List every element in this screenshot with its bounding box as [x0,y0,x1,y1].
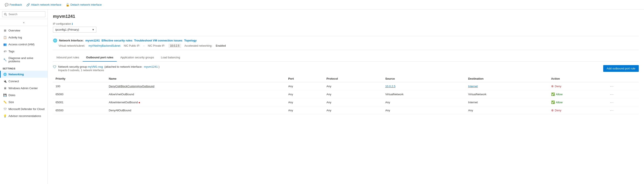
troubleshoot-vm-link[interactable]: Troubleshoot VM connection issues [134,39,182,42]
cell-source: Any [382,98,466,106]
table-row: 65001AllowInternetOutBoundAnyAnyAnyInter… [53,98,639,106]
topology-link[interactable]: Topology [184,39,197,42]
disks-icon: 💾 [3,93,7,97]
sidebar-item-overview[interactable]: ⊞ Overview [0,27,48,34]
nic-info-section: 🌐 Network Interface: myvm1241 Effective … [53,36,639,50]
sidebar-item-diagnose[interactable]: 🔧 Diagnose and solve problems [0,55,48,65]
table-row: 65500DenyAllOutBoundAnyAnyAnyAny⊗Deny··· [53,106,639,114]
cell-source: Any [382,106,466,114]
cell-more[interactable]: ··· [608,106,639,114]
tabs-bar: Inbound port rules Outbound port rules A… [53,54,639,62]
nic-label: Network Interface: [59,39,84,42]
action-badge: ✅Allow [551,100,605,104]
deny-icon: ⊗ [551,108,554,112]
ip-config-dropdown[interactable]: ipconfig1 (Primary) ▾ [53,27,96,32]
windows-admin-icon: 🖥 [3,86,7,90]
cell-priority: 65001 [53,98,106,106]
main-layout: « ⊞ Overview 📋 Activity log 👥 Access con… [0,10,644,184]
chevron-left-icon: « [23,21,24,24]
col-name: Name [106,75,286,82]
table-row: 65000AllowVnetOutBoundAnyAnyVirtualNetwo… [53,90,639,98]
chevron-down-icon: ▾ [92,28,94,31]
tab-outbound[interactable]: Outbound port rules [83,54,117,62]
sidebar-item-tags[interactable]: 🏷 Tags [0,48,48,55]
nsg-attached-link[interactable]: myvm1241 [144,65,158,68]
effective-security-rules-link[interactable]: Effective security rules [102,39,132,42]
tab-inbound[interactable]: Inbound port rules [53,54,83,62]
nsg-name-link[interactable]: myVM1-nsg [88,65,103,68]
cell-destination[interactable]: Internet [466,82,548,90]
public-ip-value: - [144,44,144,47]
cell-more[interactable]: ··· [608,98,639,106]
source-link[interactable]: 10.0.2.5 [385,84,395,88]
sidebar-item-size[interactable]: 📏 Size [0,98,48,106]
nsg-shield-icon: 🛡 [53,65,56,69]
activity-log-icon: 📋 [3,36,7,39]
deny-icon: ⊗ [551,84,554,88]
destination-link[interactable]: Internet [468,84,478,88]
nsg-text: Network security group myVM1-nsg (attach… [58,65,160,68]
action-text: Allow [556,101,563,104]
action-text: Deny [555,109,561,112]
toolbar: 💬 Feedback 🔗 Attach network interface 🔓 … [0,0,644,10]
private-ip-value: 10.0.2.5 [168,44,181,48]
sidebar-item-disks[interactable]: 💾 Disks [0,92,48,98]
cell-action: ✅Allow [548,98,608,106]
cell-priority: 65000 [53,90,106,98]
sidebar-item-defender[interactable]: 🛡 Microsoft Defender for Cloud [0,106,48,112]
cell-destination: Internet [466,98,548,106]
cell-source[interactable]: 10.0.2.5 [382,82,466,90]
nsg-details: Network security group myVM1-nsg (attach… [58,65,160,72]
cell-destination: VirtualNetwork [466,90,548,98]
feedback-icon: 💬 [5,3,8,6]
detach-nic-button[interactable]: 🔓 Detach network interface [64,2,104,8]
nsg-label: Network security group [58,65,87,68]
col-source: Source [382,75,466,82]
cell-name: AllowVnetOutBound [106,90,286,98]
cell-action: ✅Allow [548,90,608,98]
sidebar-item-networking[interactable]: 🌐 Networking [0,71,48,78]
search-input[interactable] [2,11,45,17]
cell-port: Any [286,90,324,98]
attach-nic-button[interactable]: 🔗 Attach network interface [24,2,63,8]
vnet-value-link[interactable]: myVNet/myBackendSubnet [88,44,120,47]
sidebar-item-access-control[interactable]: 👥 Access control (IAM) [0,41,48,48]
nsg-attached-label: (attached to network interface: [104,65,143,68]
sidebar-search-container [0,10,48,19]
advisor-icon: 💡 [3,114,7,118]
tab-load-balancing[interactable]: Load balancing [158,54,184,62]
connect-icon: 🔌 [3,80,7,83]
info-icon: ℹ [72,22,73,26]
cell-port: Any [286,106,324,114]
sidebar-item-advisor[interactable]: 💡 Advisor recommendations [0,112,48,119]
sidebar: « ⊞ Overview 📋 Activity log 👥 Access con… [0,10,48,184]
nic-network-icon: 🌐 [53,38,57,42]
detach-icon: 🔓 [66,3,70,6]
cell-more[interactable]: ··· [608,82,639,90]
red-dot-indicator [139,102,140,103]
cell-priority: 65500 [53,106,106,114]
content-area: myvm1241 IP configuration ℹ ipconfig1 (P… [48,10,644,184]
sidebar-item-windows-admin-center[interactable]: 🖥 Windows Admin Center [0,84,48,92]
add-outbound-rule-button[interactable]: Add outbound port rule [603,65,639,72]
action-badge: ✅Allow [551,92,605,96]
diagnose-icon: 🔧 [3,58,7,62]
rules-table-body: 100DenyCidrBlockCustomAnyOutboundAnyAny1… [53,82,639,114]
nic-name-link[interactable]: myvm1241 [85,39,100,42]
sidebar-item-activity-log[interactable]: 📋 Activity log [0,34,48,41]
resource-title: myvm1241 [53,14,639,19]
cell-more[interactable]: ··· [608,90,639,98]
table-header: Priority Name Port Protocol Source Desti… [53,75,639,82]
col-protocol: Protocol [324,75,383,82]
accelerated-networking-label: Accelerated networking: [184,44,212,47]
tab-app-security[interactable]: Application security groups [117,54,157,62]
sidebar-collapse-btn[interactable]: « [0,19,48,26]
nsg-header: 🛡 Network security group myVM1-nsg (atta… [53,65,639,72]
action-badge: ⊗Deny [551,108,605,112]
cell-name: DenyAllOutBound [106,106,286,114]
feedback-button[interactable]: 💬 Feedback [2,2,24,8]
cell-protocol: Any [324,90,383,98]
ip-config-section: IP configuration ℹ ipconfig1 (Primary) ▾ [53,22,639,32]
sidebar-item-connect[interactable]: 🔌 Connect [0,78,48,84]
rule-name-underlined: DenyCidrBlockCustomAnyOutbound [109,84,154,88]
